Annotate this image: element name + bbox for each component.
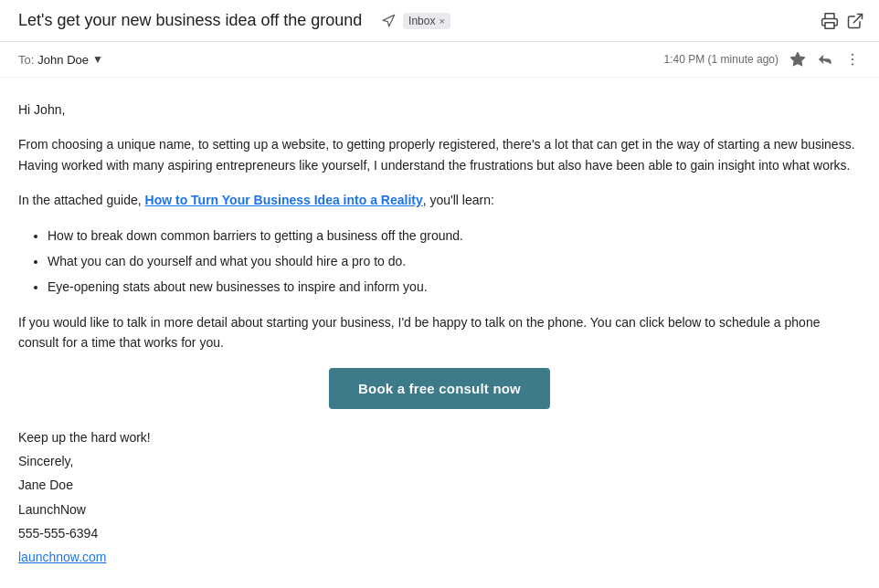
closing-line1: Keep up the hard work! xyxy=(18,427,861,447)
svg-line-2 xyxy=(853,14,862,22)
recipient-dropdown-chevron[interactable]: ▼ xyxy=(92,53,103,66)
website-anchor[interactable]: launchnow.com xyxy=(18,550,107,564)
inbox-label-text: Inbox xyxy=(408,15,435,27)
guide-link[interactable]: How to Turn Your Business Idea into a Re… xyxy=(145,193,423,207)
phone-number: 555-555-6394 xyxy=(18,523,861,543)
svg-point-4 xyxy=(852,54,853,56)
cta-container: Book a free consult now xyxy=(18,368,861,409)
send-icon-area xyxy=(381,14,396,28)
email-header-bar: Let's get your new business idea off the… xyxy=(0,0,879,42)
bullet-list: How to break down common barriers to get… xyxy=(48,226,861,298)
paragraph1: From choosing a unique name, to setting … xyxy=(18,134,861,175)
bullet-item: Eye-opening stats about new businesses t… xyxy=(48,277,861,297)
sender-row: To: John Doe ▼ 1:40 PM (1 minute ago) xyxy=(0,42,879,78)
popout-icon[interactable] xyxy=(846,12,864,30)
closing-line2: Sincerely, xyxy=(18,451,861,471)
signature-block: Keep up the hard work! Sincerely, Jane D… xyxy=(18,427,861,568)
more-options-icon[interactable] xyxy=(844,51,861,68)
reply-icon[interactable] xyxy=(817,51,833,68)
recipient-name: John Doe xyxy=(37,53,89,67)
bullet-item: What you can do yourself and what you sh… xyxy=(48,251,861,271)
to-label: To: xyxy=(18,53,34,67)
company-name: LaunchNow xyxy=(18,499,861,520)
svg-point-5 xyxy=(852,58,853,60)
inbox-label-badge[interactable]: Inbox × xyxy=(403,13,450,29)
svg-marker-0 xyxy=(383,15,395,26)
book-consult-button[interactable]: Book a free consult now xyxy=(329,368,550,409)
star-icon[interactable] xyxy=(789,51,806,68)
paragraph2-suffix: , you'll learn: xyxy=(423,193,494,207)
paragraph2-prefix: In the attached guide, xyxy=(18,193,145,207)
svg-marker-3 xyxy=(791,53,805,66)
bullet-item: How to break down common barriers to get… xyxy=(48,226,861,246)
email-timestamp: 1:40 PM (1 minute ago) xyxy=(664,53,778,66)
print-icon[interactable] xyxy=(821,12,839,30)
svg-rect-1 xyxy=(825,22,834,28)
send-icon xyxy=(381,14,396,28)
paragraph3: If you would like to talk in more detail… xyxy=(18,312,861,353)
svg-point-6 xyxy=(852,63,853,65)
email-body: Hi John, From choosing a unique name, to… xyxy=(0,78,879,588)
inbox-label-close[interactable]: × xyxy=(439,16,444,26)
sender-name: Jane Doe xyxy=(18,475,861,495)
greeting: Hi John, xyxy=(18,100,861,120)
sender-to-area: To: John Doe ▼ xyxy=(18,53,664,67)
paragraph2: In the attached guide, How to Turn Your … xyxy=(18,190,861,210)
timestamp-area: 1:40 PM (1 minute ago) xyxy=(664,51,861,68)
website-link: launchnow.com xyxy=(18,547,861,567)
email-subject: Let's get your new business idea off the… xyxy=(18,11,374,30)
